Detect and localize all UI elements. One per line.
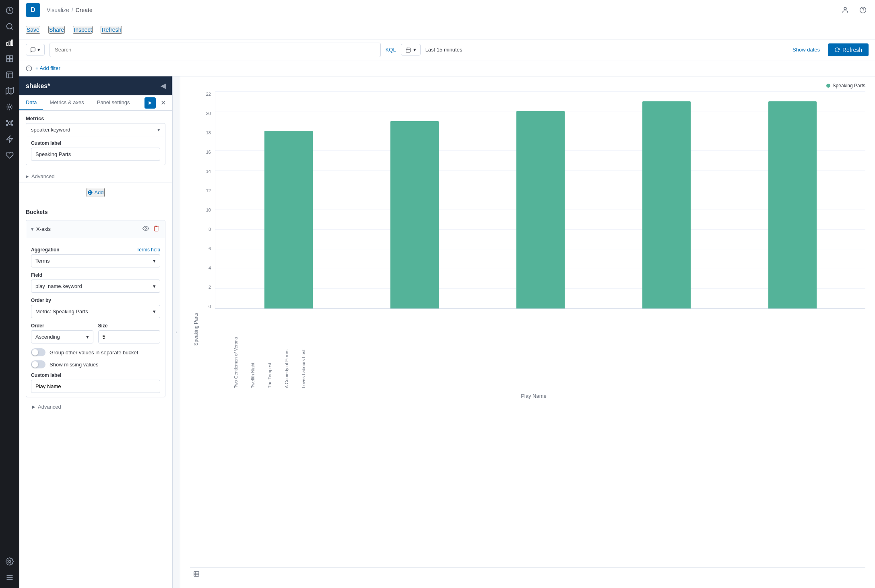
advanced-label-buckets: Advanced — [38, 404, 61, 410]
advanced-label-metrics: Advanced — [31, 173, 55, 179]
search-bar: ▾ KQL ▾ Last 15 minutes Show dates Refre… — [19, 39, 875, 60]
aggregation-dropdown[interactable]: Terms ▾ — [31, 254, 160, 267]
svg-rect-3 — [9, 41, 10, 46]
search-input-wrap[interactable] — [50, 43, 381, 57]
close-panel-button[interactable]: ✕ — [157, 97, 169, 109]
x-label-text: Twelfth Night — [250, 337, 255, 388]
bar[interactable] — [642, 101, 691, 308]
field-dropdown[interactable]: play_name.keyword ▾ — [31, 280, 160, 293]
aggregation-terms-value: Terms — [35, 258, 50, 264]
bar[interactable] — [264, 131, 313, 308]
advanced-toggle-metrics[interactable]: ▶ Advanced — [19, 170, 172, 183]
filter-icon — [26, 65, 32, 72]
aggregation-field-label: Aggregation — [31, 247, 60, 253]
collapse-panel-button[interactable]: ◀ — [161, 82, 165, 90]
drag-dots: ⋮ — [174, 330, 179, 335]
nav-canvas[interactable] — [2, 68, 17, 82]
tab-panel-settings[interactable]: Panel settings — [91, 95, 136, 110]
nav-apm[interactable] — [2, 132, 17, 146]
share-button[interactable]: Share — [48, 26, 65, 34]
x-label-text: Loves Labours Lost — [301, 337, 306, 388]
advanced-toggle-buckets[interactable]: ▶ Advanced — [26, 401, 165, 413]
nav-hamburger[interactable] — [2, 570, 17, 585]
run-button[interactable] — [144, 97, 156, 109]
y-axis-label: Speaking Parts — [193, 313, 199, 345]
left-navigation — [0, 0, 19, 588]
svg-rect-6 — [10, 56, 13, 59]
chevron-down-icon-2: ▾ — [413, 47, 416, 53]
visibility-button[interactable] — [142, 224, 150, 234]
plus-icon: ⊕ — [87, 189, 93, 196]
chart-legend: Speaking Parts — [190, 83, 865, 88]
order-by-dropdown[interactable]: Metric: Speaking Parts ▾ — [31, 305, 160, 318]
bar[interactable] — [390, 121, 439, 308]
save-button[interactable]: Save — [26, 26, 40, 34]
group-other-toggle[interactable] — [31, 348, 45, 356]
order-dropdown[interactable]: Ascending ▾ — [31, 330, 93, 343]
nav-discover[interactable] — [2, 19, 17, 34]
search-input[interactable] — [55, 47, 376, 53]
nav-maps[interactable] — [2, 84, 17, 98]
nav-uptime[interactable] — [2, 148, 17, 162]
metrics-section-label: Metrics — [19, 111, 172, 123]
field-label: Field — [31, 272, 42, 278]
show-missing-toggle[interactable] — [31, 360, 45, 368]
nav-dashboard[interactable] — [2, 51, 17, 66]
user-icon[interactable] — [840, 4, 851, 16]
table-view-icon[interactable] — [193, 571, 200, 578]
add-button[interactable]: ⊕ Add — [87, 188, 104, 197]
svg-line-20 — [11, 121, 12, 123]
custom-label-input-buckets[interactable] — [31, 380, 160, 393]
x-axis-text: X-axis — [36, 226, 51, 232]
breadcrumb-parent[interactable]: Visualize — [47, 7, 69, 13]
svg-point-27 — [844, 7, 846, 10]
terms-help-link[interactable]: Terms help — [136, 247, 160, 253]
svg-line-19 — [8, 121, 8, 123]
nav-visualize[interactable] — [2, 35, 17, 50]
add-filter-button[interactable]: + Add filter — [35, 65, 60, 71]
chart-with-axes: Speaking Parts 0246810121416182022 Two G… — [190, 92, 865, 567]
nav-settings[interactable] — [2, 554, 17, 569]
bar[interactable] — [516, 111, 565, 308]
x-label: Loves Labours Lost — [301, 337, 306, 388]
size-input[interactable] — [98, 330, 161, 343]
inspect-button[interactable]: Inspect — [73, 26, 93, 34]
drag-handle[interactable]: ⋮ — [172, 76, 180, 588]
legend-label: Speaking Parts — [833, 83, 865, 88]
show-dates-button[interactable]: Show dates — [792, 47, 820, 53]
tab-metrics-axes[interactable]: Metrics & axes — [43, 95, 90, 110]
custom-label-input-metrics[interactable] — [31, 148, 160, 161]
nav-graph[interactable] — [2, 116, 17, 130]
y-axis-label-area: Speaking Parts — [190, 92, 202, 567]
buckets-section: Buckets ▾ X-axis — [19, 202, 172, 419]
bar[interactable] — [768, 101, 817, 308]
svg-line-22 — [11, 123, 12, 125]
chevron-right-icon-2: ▶ — [32, 405, 35, 409]
svg-rect-30 — [406, 48, 410, 52]
svg-rect-7 — [7, 59, 10, 62]
x-label-text: Two Gentlemen of Verona — [233, 337, 238, 388]
svg-marker-10 — [6, 88, 13, 95]
help-icon[interactable] — [857, 4, 869, 16]
bar-column — [231, 131, 345, 308]
order-label: Order — [31, 323, 93, 329]
delete-button[interactable] — [152, 224, 160, 234]
custom-label-label-metrics: Custom label — [31, 140, 160, 146]
nav-logo[interactable] — [2, 3, 17, 18]
aggregation-select[interactable]: speaker.keyword ▾ — [26, 123, 165, 136]
bar-column — [735, 101, 849, 308]
x-label: Twelfth Night — [250, 337, 255, 388]
date-picker-button[interactable]: ▾ — [401, 44, 421, 56]
search-type-button[interactable]: ▾ — [26, 44, 45, 56]
bar-column — [609, 101, 723, 308]
chevron-down-icon: ▾ — [37, 47, 40, 53]
refresh-button[interactable]: Refresh — [101, 26, 122, 34]
x-axis-title: Play Name — [202, 393, 865, 399]
tab-data[interactable]: Data — [19, 95, 43, 110]
refresh-main-button[interactable]: Refresh — [828, 43, 869, 56]
kql-label[interactable]: KQL — [386, 47, 396, 53]
svg-point-36 — [145, 228, 147, 229]
order-by-value: Metric: Speaking Parts — [35, 308, 88, 315]
nav-ml[interactable] — [2, 100, 17, 114]
chart-bottom-bar — [190, 567, 865, 582]
